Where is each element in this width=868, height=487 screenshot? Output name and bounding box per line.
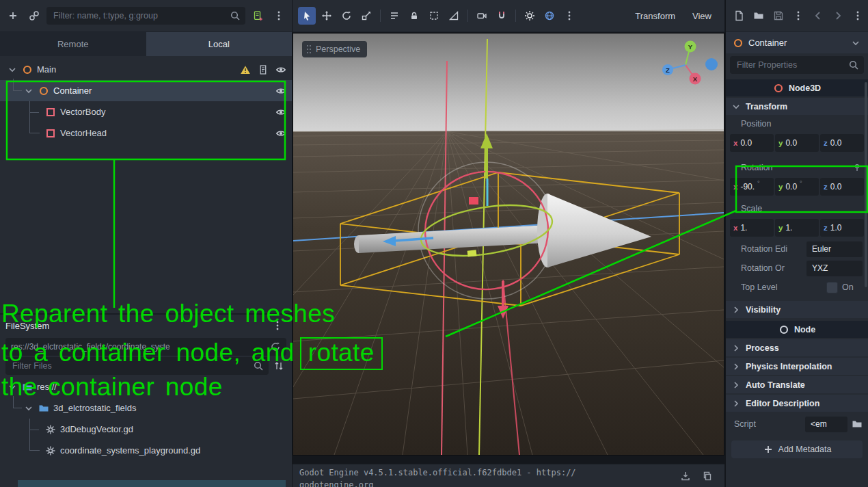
- move-tool-button[interactable]: [318, 7, 336, 25]
- filesystem-title: FileSystem: [5, 321, 49, 331]
- scene-filter-input[interactable]: [46, 7, 245, 25]
- chevron-down-icon: [731, 101, 742, 112]
- sun-preview-button[interactable]: [521, 7, 539, 25]
- save-resource-button[interactable]: [770, 7, 787, 25]
- top-level-checkbox[interactable]: [826, 282, 838, 293]
- inspector-filter-input[interactable]: [730, 56, 864, 74]
- visibility-eye-icon[interactable]: [275, 107, 286, 118]
- instance-scene-button[interactable]: [25, 7, 43, 25]
- filesystem-filter-input[interactable]: [5, 357, 269, 375]
- fs-row-root[interactable]: res://: [0, 376, 292, 397]
- visibility-eye-icon[interactable]: [275, 85, 286, 96]
- filesystem-path-bar[interactable]: res://3d_elctrostatic_fields/coordinate_…: [5, 338, 286, 356]
- fs-row-script1[interactable]: 3dDebugVector.gd: [0, 419, 292, 440]
- history-back-button[interactable]: [809, 7, 827, 25]
- mesh-instance-icon: [45, 128, 56, 139]
- tree-row-vectorbody[interactable]: VectorBody: [0, 101, 292, 122]
- perspective-menu[interactable]: Perspective: [302, 41, 367, 57]
- add-metadata-button[interactable]: Add Metadata: [731, 440, 863, 458]
- fs-row-folder[interactable]: 3d_elctrostatic_fields: [0, 397, 292, 419]
- collapse-arrow-icon[interactable]: [7, 382, 18, 393]
- position-z-field[interactable]: z0.0: [820, 134, 864, 152]
- ruler-button[interactable]: [445, 7, 463, 25]
- tree-item-label: Container: [53, 85, 92, 96]
- visibility-eye-icon[interactable]: [275, 128, 286, 139]
- position-label: Position: [726, 115, 868, 132]
- lock-button[interactable]: [405, 7, 423, 25]
- snap-button[interactable]: [493, 7, 511, 25]
- rotation-label-row: Rotation: [726, 159, 868, 176]
- select-tool-button[interactable]: [298, 7, 316, 25]
- visibility-eye-icon[interactable]: [275, 64, 286, 75]
- chevron-right-icon: [731, 380, 742, 391]
- fs-row-selected-partial[interactable]: [18, 480, 286, 487]
- position-x-field[interactable]: x0.0: [730, 134, 774, 152]
- svg-text:X: X: [693, 75, 698, 83]
- svg-text:Z: Z: [666, 66, 670, 74]
- warning-icon[interactable]: [240, 64, 251, 75]
- rotation-order-label: Rotation Or: [741, 263, 802, 273]
- tree-row-vectorhead[interactable]: VectorHead: [0, 122, 292, 144]
- folder-icon[interactable]: [852, 419, 863, 430]
- scale-z-field[interactable]: z1.0: [820, 219, 864, 237]
- collapse-arrow-icon[interactable]: [7, 64, 18, 75]
- collapse-arrow-icon[interactable]: [23, 85, 34, 96]
- viewport-toolbar: Transform View: [293, 0, 724, 32]
- history-forward-button[interactable]: [829, 7, 847, 25]
- viewport-more-button[interactable]: [560, 7, 578, 25]
- position-y-field[interactable]: y0.0: [775, 134, 819, 152]
- viewport-3d[interactable]: Y X Z Perspective: [293, 34, 724, 455]
- chevron-down-icon: [850, 38, 861, 49]
- filesystem-menu-button[interactable]: [269, 317, 286, 334]
- sort-files-icon[interactable]: [270, 357, 288, 375]
- collapse-arrow-icon[interactable]: [23, 403, 34, 414]
- section-visibility[interactable]: Visibility: [726, 301, 868, 318]
- add-node-button[interactable]: [4, 7, 22, 25]
- mesh-instance-icon: [45, 107, 56, 118]
- view-menu[interactable]: View: [685, 11, 719, 21]
- scene-tree: Main Container VectorB: [0, 56, 292, 144]
- section-editor-description[interactable]: Editor Description: [726, 395, 868, 412]
- scale-x-field[interactable]: x1.: [730, 219, 774, 237]
- section-transform[interactable]: Transform: [726, 98, 868, 115]
- download-log-icon[interactable]: [677, 467, 694, 485]
- section-process[interactable]: Process: [726, 339, 868, 356]
- camera-preview-button[interactable]: [473, 7, 491, 25]
- scale-y-field[interactable]: y1.: [775, 219, 819, 237]
- script-icon[interactable]: [258, 64, 269, 75]
- scale-tool-button[interactable]: [357, 7, 375, 25]
- group-button[interactable]: [425, 7, 443, 25]
- rotation-x-field[interactable]: x-90.°: [730, 178, 774, 196]
- section-physics-interpolation[interactable]: Physics Interpolation: [726, 358, 868, 375]
- rotation-y-field[interactable]: y0.0°: [775, 178, 819, 196]
- copy-icon[interactable]: [699, 467, 716, 485]
- attach-script-button[interactable]: [249, 7, 267, 25]
- history-list-button[interactable]: [849, 7, 867, 25]
- transform-menu[interactable]: Transform: [627, 11, 683, 21]
- rotation-z-field[interactable]: z0.0: [820, 178, 864, 196]
- tree-item-label: VectorHead: [60, 128, 107, 138]
- filesystem-tree: res:// 3d_elctrostatic_fields 3dDebugVec…: [0, 376, 292, 461]
- node-selector-dropdown[interactable]: Container: [726, 32, 868, 53]
- tab-local[interactable]: Local: [146, 32, 293, 56]
- load-resource-button[interactable]: [750, 7, 768, 25]
- inspector-scrollbar[interactable]: [865, 82, 867, 287]
- rotate-tool-button[interactable]: [338, 7, 355, 25]
- tree-row-container[interactable]: Container: [0, 80, 292, 101]
- rotation-order-dropdown[interactable]: YXZ: [806, 261, 863, 276]
- reload-icon[interactable]: [270, 341, 281, 352]
- environment-preview-button[interactable]: [541, 7, 558, 25]
- selection-list-button[interactable]: [385, 7, 403, 25]
- rotation-edit-dropdown[interactable]: Euler: [806, 241, 863, 257]
- tree-row-main[interactable]: Main: [0, 59, 292, 80]
- filesystem-title-row: FileSystem: [0, 315, 292, 337]
- section-auto-translate[interactable]: Auto Translate: [726, 376, 868, 393]
- scene-dock-menu-button[interactable]: [270, 7, 288, 25]
- script-value-dropdown[interactable]: <em: [805, 417, 847, 432]
- new-resource-button[interactable]: [730, 7, 748, 25]
- pin-icon[interactable]: [852, 162, 863, 173]
- scene-dock-tabs: Remote Local: [0, 32, 292, 56]
- tab-remote[interactable]: Remote: [0, 32, 146, 56]
- fs-row-script2[interactable]: coordinate_systems_playground.gd: [0, 440, 292, 461]
- inspector-more-button[interactable]: [789, 7, 807, 25]
